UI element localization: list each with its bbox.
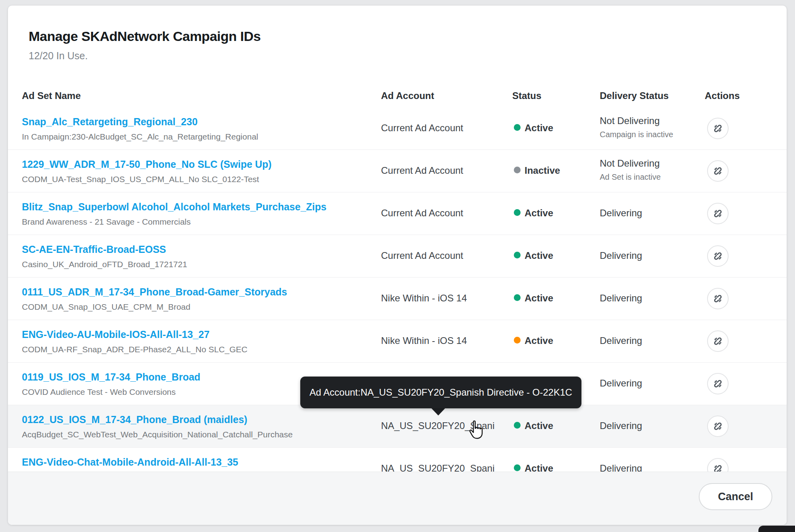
hand-pointer-cursor bbox=[466, 420, 485, 441]
campaign-subtitle: In Campaign:230-AlcBudget_SC_Alc_na_Reta… bbox=[22, 132, 258, 142]
delivery-status-main: Delivering bbox=[600, 378, 642, 389]
cancel-button[interactable]: Cancel bbox=[699, 483, 772, 510]
ad-set-link[interactable]: 0119_US_IOS_M_17-34_Phone_Broad bbox=[22, 371, 200, 383]
unlink-action-button[interactable] bbox=[707, 203, 729, 224]
unlink-icon bbox=[712, 250, 724, 262]
delivery-status-main: Delivering bbox=[600, 335, 642, 346]
campaign-subtitle: Brand Awareness - 21 Savage - Commercial… bbox=[22, 217, 190, 227]
ad-set-link[interactable]: ENG-Video-Chat-Mobile-Android-All-All-13… bbox=[22, 456, 238, 468]
delivery-status-main: Delivering bbox=[600, 463, 642, 472]
ad-account-cell: NA_US_SU20FY20_Spani bbox=[381, 463, 495, 472]
corner-toast-partial bbox=[758, 526, 795, 532]
status-cell: Inactive bbox=[514, 165, 560, 176]
delivery-status-main: Delivering bbox=[600, 250, 642, 261]
status-label: Active bbox=[525, 335, 553, 346]
delivery-status-cell: Delivering bbox=[600, 378, 642, 389]
delivery-status-cell: Not Delivering Campaign is inactive bbox=[600, 115, 673, 139]
table-row: ENG-Video-AU-Mobile-IOS-All-All-13_27 CO… bbox=[8, 320, 787, 363]
campaign-subtitle: CODM_UA_Snap_IOS_UAE_CPM_M_Broad bbox=[22, 302, 190, 312]
ad-account-cell: Nike Within - iOS 14 bbox=[381, 293, 467, 304]
campaign-subtitle: CODM_UA-Test_Snap_IOS_US_CPM_ALL_No SLC_… bbox=[22, 175, 259, 184]
status-label: Active bbox=[525, 122, 553, 133]
ad-account-cell: Current Ad Account bbox=[381, 122, 463, 134]
table-body: Snap_Alc_Retargeting_Regional_230 In Cam… bbox=[8, 107, 787, 472]
unlink-action-button[interactable] bbox=[707, 245, 729, 267]
status-cell: Active bbox=[514, 122, 553, 134]
unlink-action-button[interactable] bbox=[707, 373, 729, 394]
delivery-status-reason: Ad Set is inactive bbox=[600, 173, 661, 182]
delivery-status-main: Not Delivering bbox=[600, 158, 661, 169]
ad-set-link[interactable]: SC-AE-EN-Traffic-Broad-EOSS bbox=[22, 244, 166, 255]
table-row-hovered: 0122_US_IOS_M_17-34_Phone_Broad (maidles… bbox=[8, 405, 787, 448]
status-dot bbox=[514, 337, 521, 344]
delivery-status-cell: Delivering bbox=[600, 463, 642, 472]
status-cell: Active bbox=[514, 335, 553, 346]
ad-account-cell: Current Ad Account bbox=[381, 208, 463, 219]
delivery-status-cell: Delivering bbox=[600, 250, 642, 261]
status-label: Active bbox=[525, 208, 553, 218]
column-header-actions: Actions bbox=[705, 90, 740, 101]
unlink-icon bbox=[712, 122, 724, 134]
delivery-status-cell: Delivering bbox=[600, 335, 642, 346]
page: { "colors": { "green": "#0ca678", "orang… bbox=[0, 0, 795, 532]
ad-set-link[interactable]: 1229_WW_ADR_M_17-50_Phone_No SLC (Swipe … bbox=[22, 159, 272, 170]
delivery-status-main: Delivering bbox=[600, 420, 642, 431]
delivery-status-cell: Delivering bbox=[600, 420, 642, 431]
delivery-status-main: Not Delivering bbox=[600, 115, 673, 126]
column-header-ad-set-name: Ad Set Name bbox=[22, 90, 81, 101]
tooltip-caret bbox=[431, 408, 446, 416]
unlink-action-button[interactable] bbox=[707, 330, 729, 352]
unlink-icon bbox=[712, 420, 724, 432]
ad-set-link[interactable]: 0111_US_ADR_M_17-34_Phone_Broad-Gamer_St… bbox=[22, 286, 287, 298]
status-dot bbox=[514, 252, 521, 258]
status-label: Active bbox=[525, 250, 553, 261]
delivery-status-cell: Not Delivering Ad Set is inactive bbox=[600, 158, 661, 182]
unlink-action-button[interactable] bbox=[707, 118, 729, 139]
unlink-action-button[interactable] bbox=[707, 416, 729, 437]
ad-set-link[interactable]: 0122_US_IOS_M_17-34_Phone_Broad (maidles… bbox=[22, 414, 247, 425]
status-label: Active bbox=[525, 293, 553, 303]
delivery-status-cell: Delivering bbox=[600, 208, 642, 219]
table-header: Ad Set Name Ad Account Status Delivery S… bbox=[8, 87, 787, 108]
status-label: Active bbox=[525, 463, 553, 472]
status-dot bbox=[514, 209, 521, 216]
unlink-action-button[interactable] bbox=[707, 160, 729, 182]
status-dot bbox=[514, 167, 521, 173]
status-cell: Active bbox=[514, 293, 553, 304]
status-label: Active bbox=[525, 420, 553, 431]
column-header-status: Status bbox=[512, 90, 541, 101]
campaign-subtitle: AcqBudget_SC_WebTest_Web_Acquisition_Nat… bbox=[22, 430, 293, 439]
manage-skadnetwork-modal: Manage SKAdNetwork Campaign IDs 12/20 In… bbox=[8, 6, 787, 525]
ad-set-link[interactable]: Blitz_Snap_Superbowl Alcohol_Alcohol Mar… bbox=[22, 201, 327, 213]
unlink-icon bbox=[712, 165, 724, 177]
ad-set-link[interactable]: ENG-Video-AU-Mobile-IOS-All-All-13_27 bbox=[22, 329, 210, 340]
table-row: 1229_WW_ADR_M_17-50_Phone_No SLC (Swipe … bbox=[8, 150, 787, 192]
delivery-status-main: Delivering bbox=[600, 293, 642, 304]
unlink-icon bbox=[712, 208, 724, 219]
campaign-subtitle: CODM_UA-RF_Snap_ADR_DE-Phase2_ALL_No SLC… bbox=[22, 345, 247, 354]
campaign-subtitle: COVID Audience Test - Web Conversions bbox=[22, 387, 176, 397]
unlink-icon bbox=[712, 293, 724, 305]
ad-account-cell: Nike Within - iOS 14 bbox=[381, 335, 467, 346]
modal-footer: Cancel bbox=[8, 472, 787, 525]
status-dot bbox=[514, 422, 521, 429]
ad-account-cell: Current Ad Account bbox=[381, 250, 463, 261]
table-row: ENG-Video-Chat-Mobile-Android-All-All-13… bbox=[8, 448, 787, 472]
unlink-action-button[interactable] bbox=[707, 458, 729, 472]
table-row: Snap_Alc_Retargeting_Regional_230 In Cam… bbox=[8, 107, 787, 150]
status-dot bbox=[514, 294, 521, 301]
table-row: Blitz_Snap_Superbowl Alcohol_Alcohol Mar… bbox=[8, 192, 787, 235]
status-cell: Active bbox=[514, 463, 553, 472]
unlink-action-button[interactable] bbox=[707, 288, 729, 309]
ad-account-tooltip: Ad Account:NA_US_SU20FY20_Spanish Direct… bbox=[300, 377, 581, 408]
status-cell: Active bbox=[514, 250, 553, 261]
status-cell: Active bbox=[514, 208, 553, 219]
table-row: SC-AE-EN-Traffic-Broad-EOSS Casino_UK_An… bbox=[8, 235, 787, 278]
campaign-subtitle: Casino_UK_Android_oFTD_Broad_1721721 bbox=[22, 260, 187, 269]
delivery-status-cell: Delivering bbox=[600, 293, 642, 304]
status-dot bbox=[514, 124, 521, 131]
ad-account-cell: Current Ad Account bbox=[381, 165, 463, 176]
status-label: Inactive bbox=[525, 165, 560, 176]
page-title: Manage SKAdNetwork Campaign IDs bbox=[29, 29, 260, 44]
ad-set-link[interactable]: Snap_Alc_Retargeting_Regional_230 bbox=[22, 116, 198, 128]
